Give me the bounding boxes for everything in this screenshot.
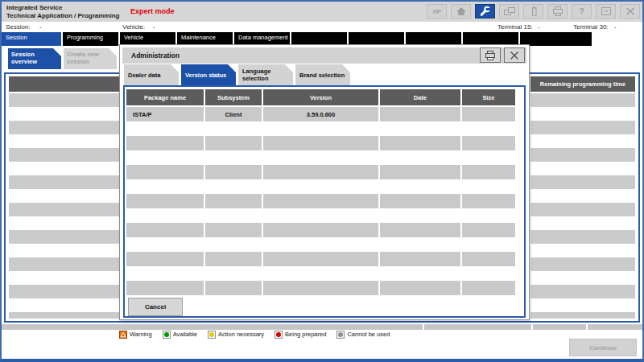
window-button[interactable]: [596, 4, 616, 19]
terminal15-label: Terminal 15:: [497, 23, 533, 31]
dialog-title: Administration: [131, 51, 180, 60]
xp-label: XP: [432, 8, 441, 15]
table-row: [126, 237, 515, 252]
tab-label: Data management: [238, 34, 288, 41]
dialog-tab-brand-selection[interactable]: Brand selection: [295, 64, 350, 85]
app-header: Integrated Service Technical Application…: [2, 2, 642, 22]
table-cell: [529, 257, 635, 271]
table-cell: [380, 107, 462, 121]
xp-button[interactable]: XP: [427, 4, 447, 19]
table-cell: [263, 194, 380, 208]
dialog-close-button[interactable]: [504, 47, 525, 63]
terminal30-label: Terminal 30:: [573, 23, 609, 31]
subtab-session-overview[interactable]: Session overview: [8, 48, 61, 69]
header-toolbar: XP: [427, 4, 640, 19]
dialog-tab-bar: Dealer data Version status Language sele…: [122, 64, 527, 85]
dialog-titlebar: Administration: [122, 47, 526, 64]
dialog-tab-language-selection[interactable]: Language selection: [238, 64, 293, 85]
table-row: [126, 121, 515, 136]
dialog-tab-label: Language selection: [242, 68, 289, 82]
cancel-label: Cancel: [145, 303, 166, 311]
subtab-create-new-session[interactable]: Create new session: [64, 48, 117, 69]
battery-button[interactable]: [523, 4, 543, 19]
table-cell: [126, 281, 205, 295]
table-cell: [380, 165, 462, 179]
table-cell: 3.59.0.600: [263, 107, 380, 121]
being-prepared-status-icon: [275, 331, 283, 339]
table-cell: ISTA/P: [126, 107, 205, 121]
close-button[interactable]: [620, 4, 640, 19]
table-cell: [263, 223, 380, 237]
tab-empty: [520, 32, 592, 46]
home-icon: [455, 6, 468, 17]
tab-label: Programming: [67, 34, 103, 41]
tab-session[interactable]: Session: [2, 32, 61, 46]
app-title-line2: Technical Application / Programming: [6, 12, 119, 20]
settings-button[interactable]: [475, 4, 495, 19]
table-row: [126, 281, 515, 295]
table-cell: [529, 93, 635, 107]
cannot-be-used-status-icon: [336, 331, 345, 339]
table-cell: [126, 223, 205, 237]
legend-label: Action necessary: [218, 331, 264, 338]
terminal30-value: -: [614, 23, 617, 31]
dialog-tab-label: Dealer data: [128, 72, 160, 79]
wrench-icon: [479, 6, 491, 17]
session-value: -: [39, 23, 42, 31]
legend-item: Warning: [119, 331, 152, 339]
table-row: [126, 194, 515, 208]
table-cell: [380, 194, 462, 208]
table-row[interactable]: ISTA/PClient3.59.0.600: [126, 107, 515, 121]
help-button[interactable]: ?: [572, 4, 592, 19]
table-cell: [462, 252, 515, 266]
app-title: Integrated Service Technical Application…: [6, 4, 119, 20]
table-cell: [205, 165, 263, 179]
table-cell: [462, 281, 515, 295]
tab-programming[interactable]: Programming: [63, 32, 118, 46]
legend-item: Action necessary: [208, 331, 264, 339]
remaining-time-column-header: Remaining programming time: [529, 76, 635, 92]
app-title-line1: Integrated Service: [6, 4, 119, 12]
dialog-tab-dealer-data[interactable]: Dealer data: [124, 64, 179, 85]
table-cell: [529, 285, 635, 298]
cancel-button[interactable]: Cancel: [128, 298, 183, 316]
vehicle-value: -: [153, 23, 155, 31]
dialog-content: Package nameSubsystemVersionDateSizeISTA…: [123, 85, 526, 318]
column-header: Package name: [126, 89, 205, 105]
table-row: [126, 266, 515, 281]
table-cell: [126, 252, 205, 266]
table-cell: [205, 281, 263, 295]
table-cell: [380, 223, 462, 237]
help-icon: ?: [579, 6, 584, 16]
column-header: Date: [380, 89, 462, 105]
table-cell: [205, 252, 263, 266]
warning-status-icon: [119, 331, 127, 339]
table-cell: [462, 194, 515, 208]
print-button[interactable]: [547, 4, 568, 19]
column-header: Version: [263, 89, 380, 105]
table-cell: [126, 136, 205, 150]
printer-icon: [484, 50, 497, 61]
connection-button[interactable]: [499, 4, 519, 19]
legend-label: Being prepared: [285, 331, 326, 338]
table-cell: [529, 203, 635, 216]
dialog-tab-label: Version status: [185, 72, 226, 79]
action-necessary-status-icon: [208, 331, 216, 339]
table-cell: [205, 136, 263, 150]
dual-display-icon: [503, 6, 516, 17]
available-status-icon: [163, 331, 171, 339]
home-button[interactable]: [451, 4, 471, 19]
continue-button[interactable]: Continue: [569, 339, 637, 356]
table-cell: [126, 194, 205, 208]
session-label: Session:: [6, 23, 31, 31]
table-cell: [529, 121, 635, 134]
terminal15-value: -: [538, 23, 540, 31]
table-row: [126, 252, 515, 266]
table-cell: [380, 252, 462, 266]
tab-label: Vehicle: [124, 34, 143, 41]
vehicle-label: Vehicle:: [122, 23, 145, 31]
table-cell: Client: [205, 107, 263, 121]
dialog-print-button[interactable]: [480, 47, 501, 63]
table-cell: [529, 312, 635, 319]
dialog-tab-version-status[interactable]: Version status: [181, 64, 236, 85]
